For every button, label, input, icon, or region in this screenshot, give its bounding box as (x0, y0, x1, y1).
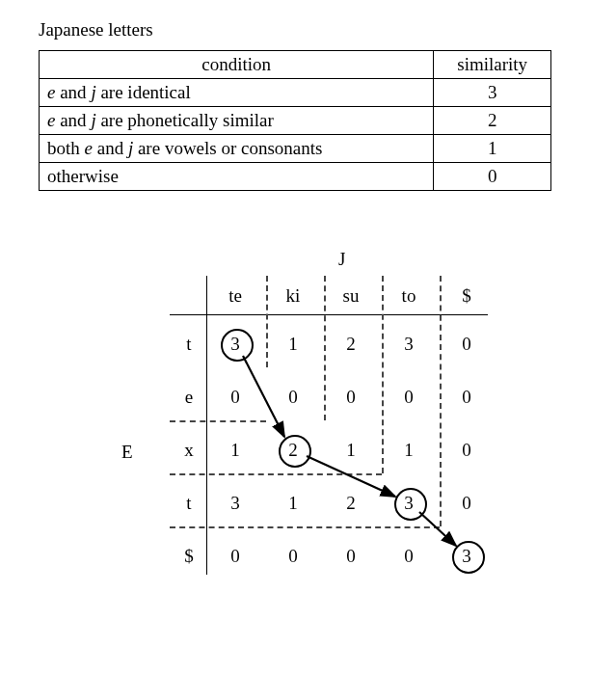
matrix-cell: 2 (332, 334, 370, 355)
matrix-cell: 3 (216, 334, 255, 355)
col-header: ki (274, 285, 312, 307)
table-row: e and j are identical 3 (40, 79, 551, 107)
matrix-cell: 1 (216, 440, 255, 461)
vdash (382, 276, 384, 473)
matrix-cell: 0 (332, 387, 370, 408)
row-header: t (170, 334, 208, 355)
cell-similarity: 3 (434, 79, 551, 107)
cell-similarity: 1 (434, 135, 551, 163)
cell-condition: e and j are identical (40, 79, 434, 107)
matrix-cell: 0 (447, 387, 486, 408)
hdash (170, 420, 266, 422)
row-header: e (170, 387, 208, 408)
matrix-cell: 3 (389, 334, 428, 355)
col-header: te (216, 285, 255, 307)
matrix-vline (206, 276, 207, 575)
matrix-cell: 0 (216, 387, 255, 408)
matrix-cell: 0 (447, 334, 486, 355)
row-header: x (170, 440, 208, 461)
matrix-cell: 0 (389, 387, 428, 408)
matrix-cell: 1 (332, 440, 370, 461)
matrix-cell: 1 (389, 440, 428, 461)
row-header: $ (170, 546, 208, 567)
table-row: otherwise 0 (40, 163, 551, 191)
matrix-cell: 1 (274, 493, 312, 514)
svg-line-2 (419, 512, 456, 546)
similarity-rules-table: condition similarity e and j are identic… (39, 50, 551, 191)
row-header: t (170, 493, 208, 514)
matrix-cell: 1 (274, 334, 312, 355)
axis-label-E: E (121, 442, 133, 463)
dp-matrix-diagram: J E te ki su to $ t e x t $ 3 1 2 3 0 (93, 249, 497, 586)
matrix-cell: 3 (389, 493, 428, 514)
cell-similarity: 2 (434, 107, 551, 135)
table-header-row: condition similarity (40, 51, 551, 79)
col-condition: condition (40, 51, 434, 79)
table-row: e and j are phonetically similar 2 (40, 107, 551, 135)
table-row: both e and j are vowels or consonants 1 (40, 135, 551, 163)
matrix-cell: 2 (274, 440, 312, 461)
hdash (170, 473, 382, 475)
page-title: Japanese letters (39, 19, 551, 40)
hdash (170, 526, 440, 528)
matrix-cell: 0 (389, 546, 428, 567)
cell-condition: otherwise (40, 163, 434, 191)
vdash (324, 276, 326, 420)
col-similarity: similarity (434, 51, 551, 79)
cell-condition: e and j are phonetically similar (40, 107, 434, 135)
matrix-cell: 0 (216, 546, 255, 567)
cell-condition: both e and j are vowels or consonants (40, 135, 434, 163)
cell-similarity: 0 (434, 163, 551, 191)
matrix-cell: 0 (447, 493, 486, 514)
matrix-cell: 0 (274, 387, 312, 408)
col-header: $ (447, 285, 486, 307)
vdash (440, 276, 442, 526)
matrix-cell: 2 (332, 493, 370, 514)
matrix-cell: 3 (216, 493, 255, 514)
col-header: su (332, 285, 370, 307)
vdash (266, 276, 268, 367)
matrix-cell: 0 (274, 546, 312, 567)
axis-label-J: J (338, 249, 345, 270)
matrix-cell: 0 (332, 546, 370, 567)
col-header: to (389, 285, 428, 307)
matrix-cell: 0 (447, 440, 486, 461)
matrix-cell: 3 (447, 546, 486, 567)
